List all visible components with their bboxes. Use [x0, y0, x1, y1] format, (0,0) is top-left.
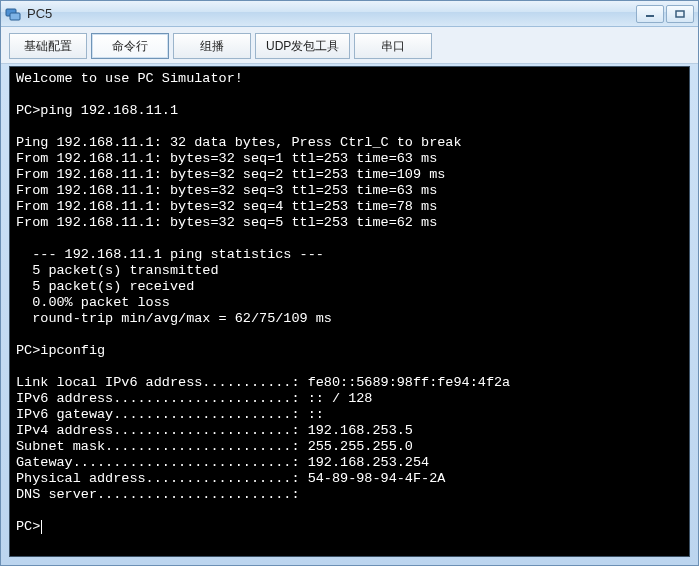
- tab-basic-config[interactable]: 基础配置: [9, 33, 87, 59]
- tab-command-line[interactable]: 命令行: [91, 33, 169, 59]
- svg-rect-3: [676, 11, 684, 17]
- minimize-button[interactable]: [636, 5, 664, 23]
- app-window: PC5 基础配置 命令行 组播 UDP发包工具 串口 Welcome to us…: [0, 0, 699, 566]
- tab-serial[interactable]: 串口: [354, 33, 432, 59]
- titlebar[interactable]: PC5: [1, 1, 698, 27]
- tab-udp-tool[interactable]: UDP发包工具: [255, 33, 350, 59]
- app-icon: [5, 6, 21, 22]
- svg-rect-1: [10, 13, 20, 20]
- tab-multicast[interactable]: 组播: [173, 33, 251, 59]
- maximize-button[interactable]: [666, 5, 694, 23]
- tab-bar: 基础配置 命令行 组播 UDP发包工具 串口: [1, 27, 698, 64]
- text-cursor: [41, 520, 42, 534]
- window-title: PC5: [27, 6, 52, 21]
- terminal-text: Welcome to use PC Simulator! PC>ping 192…: [16, 71, 683, 535]
- terminal-output[interactable]: Welcome to use PC Simulator! PC>ping 192…: [9, 66, 690, 557]
